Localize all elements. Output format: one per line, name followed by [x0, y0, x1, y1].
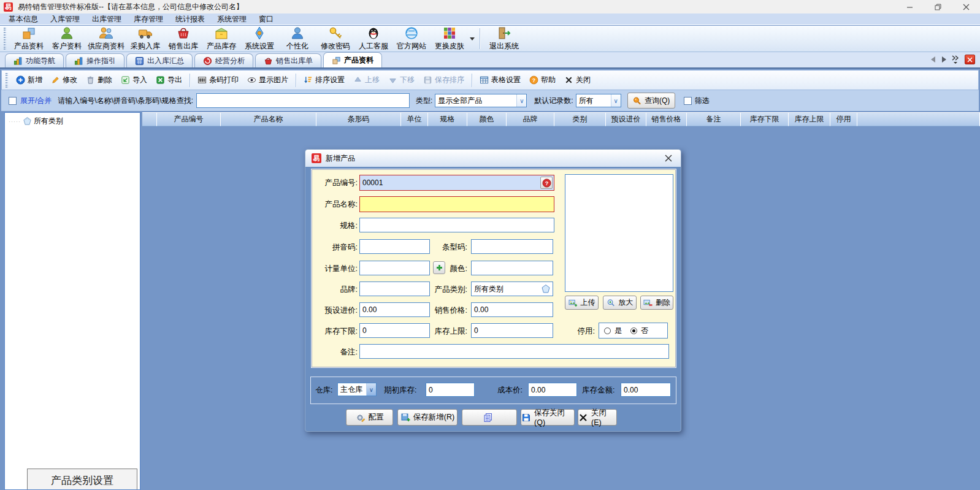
tab-inout-summary[interactable]: 出入库汇总: [126, 53, 193, 67]
type-select[interactable]: 显示全部产品 ∨: [435, 94, 527, 107]
toolbar-change-skin[interactable]: 更换皮肤: [431, 26, 469, 52]
menu-outbound[interactable]: 出库管理: [86, 13, 128, 26]
toolbar-purchase-in[interactable]: 采购入库: [126, 26, 164, 52]
opening-stock-input[interactable]: [426, 383, 475, 397]
toolbar-system-settings[interactable]: 系统设置: [240, 26, 278, 52]
toolbar-official-website[interactable]: 官方网站: [392, 26, 431, 52]
import-icon: [121, 75, 130, 85]
save-new-button[interactable]: 保存新增(R): [397, 409, 457, 426]
expand-merge-label[interactable]: 展开/合并: [20, 96, 52, 106]
menu-reports[interactable]: 统计报表: [169, 13, 211, 26]
column-header-sell-price[interactable]: 销售价格: [646, 112, 687, 126]
table-settings-button[interactable]: 表格设置: [475, 73, 525, 87]
restore-button[interactable]: [924, 0, 952, 13]
menu-basic-info[interactable]: 基本信息: [2, 13, 44, 26]
delete-image-button[interactable]: 删除: [640, 296, 673, 310]
toolbar-product-data[interactable]: 产品资料: [10, 26, 48, 52]
column-header-disabled[interactable]: 停用: [830, 112, 857, 126]
toolbar-change-password[interactable]: 修改密码: [316, 26, 354, 52]
save-sort-button[interactable]: 保存排序: [419, 73, 469, 87]
column-header-category[interactable]: 类别: [554, 112, 606, 126]
barcode-input[interactable]: [471, 239, 553, 254]
column-header-select[interactable]: [142, 112, 157, 126]
column-header-color[interactable]: 颜色: [467, 112, 507, 126]
upload-image-button[interactable]: 上传: [565, 296, 599, 310]
tab-list-icon[interactable]: [952, 55, 959, 64]
column-header-remark[interactable]: 备注: [687, 112, 741, 126]
toolbar-sales-out[interactable]: 销售出库: [164, 26, 202, 52]
toolbar-product-stock[interactable]: 产品库存: [202, 26, 240, 52]
edit-button[interactable]: 修改: [47, 73, 82, 87]
tab-scroll-left-icon[interactable]: [931, 56, 936, 63]
cost-price-label: 成本价:: [497, 385, 523, 396]
column-header-spec[interactable]: 规格: [428, 112, 467, 126]
query-button[interactable]: 查询(Q): [627, 93, 675, 109]
menu-inventory[interactable]: 库存管理: [128, 13, 169, 26]
column-header-buy-price[interactable]: 预设进价: [606, 112, 646, 126]
import-button[interactable]: 导入: [117, 73, 151, 87]
close-tab-button[interactable]: 关闭: [560, 73, 595, 87]
tab-close-button[interactable]: [965, 55, 975, 64]
tab-sales-order[interactable]: 销售出库单: [255, 53, 321, 67]
toolbar-customer-data[interactable]: 客户资料: [48, 26, 86, 52]
toolbar-personalization[interactable]: 个性化: [278, 26, 316, 52]
color-input[interactable]: [471, 261, 553, 275]
column-header-unit[interactable]: 单位: [401, 112, 428, 126]
menu-system[interactable]: 系统管理: [211, 13, 253, 26]
tab-operation-guide[interactable]: 操作指引: [66, 53, 124, 67]
code-help-button[interactable]: ?: [540, 177, 553, 189]
save-close-button[interactable]: 保存关闭(Q): [521, 409, 575, 426]
warehouse-select[interactable]: 主仓库 ∨: [337, 383, 377, 396]
stock-amount-input[interactable]: [621, 383, 671, 397]
add-button[interactable]: 新增: [12, 73, 47, 87]
toolbar-exit-system[interactable]: 退出系统: [485, 26, 523, 52]
tab-scroll-right-icon[interactable]: [941, 56, 946, 63]
save-copy-button[interactable]: [462, 409, 517, 426]
move-up-button[interactable]: 上移: [349, 73, 384, 87]
sell-price-input[interactable]: [471, 302, 553, 317]
disabled-no-radio[interactable]: [630, 327, 637, 334]
records-select[interactable]: 所有 ∨: [576, 94, 621, 107]
close-button[interactable]: [952, 0, 980, 13]
skin-dropdown-arrow-icon[interactable]: [470, 37, 475, 40]
minimize-button[interactable]: [895, 0, 924, 13]
export-button[interactable]: 导出: [151, 73, 186, 87]
column-header-product-name[interactable]: 产品名称: [221, 112, 316, 126]
stock-max-input[interactable]: [471, 323, 553, 338]
category-settings-button[interactable]: 产品类别设置: [27, 469, 137, 490]
column-header-barcode[interactable]: 条形码: [316, 112, 401, 126]
column-header-product-code[interactable]: 产品编号: [157, 112, 221, 126]
tree-node-all-categories[interactable]: ····· 所有类别: [5, 113, 140, 126]
search-input[interactable]: [196, 93, 410, 108]
tab-business-analysis[interactable]: 经营分析: [194, 53, 253, 67]
barcode-print-button[interactable]: 条码打印: [193, 73, 243, 87]
tab-function-nav[interactable]: 功能导航: [5, 53, 64, 67]
column-header-stock-max[interactable]: 库存上限: [789, 112, 830, 126]
disabled-yes-radio[interactable]: [604, 327, 611, 334]
sort-settings-button[interactable]: 排序设置: [299, 73, 349, 87]
product-code-input[interactable]: [360, 175, 540, 190]
dialog-close-action-button[interactable]: 关闭(E): [578, 409, 617, 426]
product-name-input[interactable]: [359, 196, 554, 212]
zoom-image-button[interactable]: 放大: [603, 296, 637, 310]
spec-input[interactable]: [359, 218, 554, 232]
toolbar-supplier-data[interactable]: 供应商资料: [86, 26, 126, 52]
pick-category-button[interactable]: [540, 283, 551, 295]
cost-price-input[interactable]: [528, 383, 577, 397]
expand-merge-checkbox[interactable]: [9, 97, 17, 105]
dialog-titlebar[interactable]: 易 新增产品: [305, 150, 681, 167]
column-header-brand[interactable]: 品牌: [507, 112, 554, 126]
move-down-button[interactable]: 下移: [384, 73, 419, 87]
config-button[interactable]: 配置: [346, 409, 393, 426]
tab-product-data[interactable]: 产品资料: [323, 52, 382, 67]
delete-button[interactable]: 删除: [82, 73, 117, 87]
menu-inbound[interactable]: 入库管理: [44, 13, 86, 26]
toolbar-customer-service[interactable]: 人工客服: [354, 26, 392, 52]
remark-input[interactable]: [359, 344, 669, 359]
menu-window[interactable]: 窗口: [253, 13, 280, 26]
show-image-button[interactable]: 显示图片: [243, 73, 293, 87]
help-button[interactable]: ? 帮助: [525, 73, 560, 87]
dialog-close-button[interactable]: [662, 153, 675, 164]
filter-checkbox[interactable]: [684, 97, 692, 105]
column-header-stock-min[interactable]: 库存下限: [741, 112, 789, 126]
